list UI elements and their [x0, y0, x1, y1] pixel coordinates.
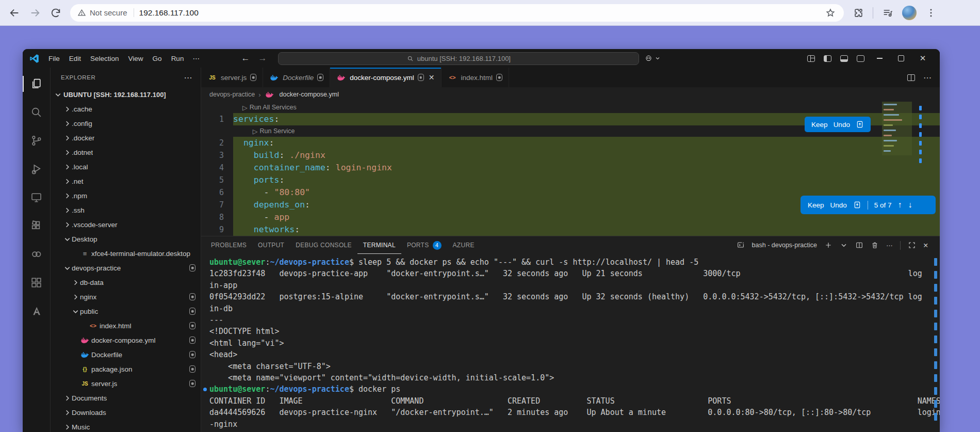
tree-item-docker[interactable]: .docker [51, 131, 201, 145]
panel-tab-output[interactable]: OUTPUT [252, 236, 290, 254]
new-terminal-icon[interactable] [824, 241, 832, 249]
tab-docker-compose-yml[interactable]: docker-compose.yml✕ [330, 68, 441, 87]
tree-item-devops-practice[interactable]: devops-practice [51, 261, 201, 275]
close-panel-icon[interactable]: ✕ [923, 242, 928, 249]
browser-back-icon[interactable] [8, 7, 21, 19]
breadcrumb[interactable]: devops-practice › docker-compose.yml [201, 87, 940, 102]
browser-profile-avatar[interactable] [902, 6, 917, 20]
tree-item-documents[interactable]: Documents [51, 391, 201, 405]
tree-item-local[interactable]: .local [51, 159, 201, 174]
command-decoration-icon[interactable] [203, 388, 207, 391]
keep-button[interactable]: Keep [811, 121, 828, 129]
extensions-icon[interactable] [23, 212, 50, 240]
terminal[interactable]: ubuntu@sever:~/devops-practice$ sleep 5 … [201, 254, 940, 432]
tree-item-npm[interactable]: .npm [51, 188, 201, 203]
tree-item-desktop[interactable]: Desktop [51, 232, 201, 246]
toggle-panel-icon[interactable] [840, 55, 848, 62]
tree-item-cache[interactable]: .cache [51, 102, 201, 116]
undo-button[interactable]: Undo [834, 121, 850, 129]
source-control-icon[interactable] [23, 126, 50, 155]
menu-view[interactable]: View [124, 53, 148, 65]
codelens-action[interactable]: ▷Run All Services [201, 102, 940, 113]
run-debug-icon[interactable] [23, 155, 50, 183]
tab-index-html[interactable]: <>index.html [442, 68, 510, 87]
search-icon[interactable] [23, 98, 50, 126]
explorer-more-actions[interactable]: ⋯ [184, 73, 192, 83]
command-center-search[interactable]: ubuntu [SSH: 192.168.117.100] [278, 52, 639, 65]
media-controls-icon[interactable] [881, 7, 894, 19]
panel-tab-problems[interactable]: PROBLEMS [205, 236, 252, 254]
security-chip[interactable]: Not secure [77, 8, 134, 17]
nav-back-icon[interactable]: ← [241, 53, 250, 63]
tree-item-net[interactable]: .net [51, 174, 201, 188]
editor-more-actions[interactable]: ⋯ [923, 73, 932, 83]
menu-edit[interactable]: Edit [64, 53, 86, 65]
tree-item-xfce4-terminal-emulator-desktop[interactable]: ≡xfce4-terminal-emulator.desktop [51, 246, 201, 261]
azure-icon[interactable] [23, 297, 50, 325]
tree-item-music[interactable]: Music [51, 420, 201, 432]
tree-item-downloads[interactable]: Downloads [51, 405, 201, 420]
split-editor-icon[interactable] [907, 74, 915, 81]
tree-item-dockerfile[interactable]: Dockerfile [51, 347, 201, 362]
url-text[interactable]: 192.168.117.100 [139, 8, 819, 18]
maximize-panel-icon[interactable] [908, 241, 916, 249]
extensions-puzzle-icon[interactable] [852, 7, 864, 19]
tree-item-db-data[interactable]: db-data [51, 275, 201, 290]
panel-tab-terminal[interactable]: TERMINAL [357, 236, 401, 254]
toggle-sidebar-icon[interactable] [824, 55, 831, 62]
menu-go[interactable]: Go [148, 53, 167, 65]
remote-tunnels-icon[interactable] [23, 240, 50, 268]
explorer-root-folder[interactable]: UBUNTU [SSH: 192.168.117.100] [51, 87, 201, 102]
panel-tab-ports[interactable]: PORTS4 [401, 236, 447, 254]
tab-server-js[interactable]: JSserver.js [201, 68, 263, 87]
terminal-instance-label[interactable]: bash - devops-practice [752, 242, 817, 249]
minimap[interactable] [882, 102, 912, 179]
nav-forward-icon[interactable]: → [258, 53, 267, 63]
tree-item-package-json[interactable]: {}package.json [51, 362, 201, 376]
breadcrumb-file[interactable]: docker-compose.yml [280, 91, 339, 98]
split-terminal-icon[interactable] [855, 241, 863, 249]
minimize-button[interactable] [869, 49, 890, 68]
tree-item-index-html[interactable]: <>index.html [51, 318, 201, 333]
menu-run[interactable]: Run [167, 53, 189, 65]
toggle-secondary-sidebar-icon[interactable] [857, 55, 864, 62]
undo-button[interactable]: Undo [830, 201, 847, 209]
remote-explorer-icon[interactable] [23, 183, 50, 212]
keep-file-icon[interactable] [853, 201, 861, 209]
browser-menu-icon[interactable] [925, 7, 937, 19]
keep-file-icon[interactable] [856, 120, 864, 129]
tree-item-ssh[interactable]: .ssh [51, 203, 201, 217]
terminal-scrollbar[interactable] [934, 258, 937, 421]
breadcrumb-folder[interactable]: devops-practice [209, 91, 255, 98]
explorer-icon[interactable] [23, 70, 50, 98]
tree-item-server-js[interactable]: JSserver.js [51, 376, 201, 391]
kill-terminal-icon[interactable] [871, 241, 879, 249]
panel-tab-azure[interactable]: AZURE [447, 236, 480, 254]
close-tab-icon[interactable]: ✕ [429, 73, 435, 82]
tree-item-config[interactable]: .config [51, 116, 201, 131]
menu-more[interactable]: ⋯ [188, 52, 204, 65]
panel-more-actions[interactable]: ⋯ [886, 242, 893, 249]
previous-change-icon[interactable]: ↑ [898, 200, 902, 210]
menu-file[interactable]: File [44, 53, 64, 65]
customize-layout-icon[interactable] [807, 55, 815, 62]
bookmark-star-icon[interactable] [824, 7, 837, 19]
tree-item-dotnet[interactable]: .dotnet [51, 145, 201, 159]
browser-reload-icon[interactable] [50, 7, 62, 19]
keep-button[interactable]: Keep [808, 201, 824, 209]
next-change-icon[interactable]: ↓ [908, 200, 912, 210]
address-bar[interactable]: Not secure 192.168.117.100 [70, 4, 844, 22]
tree-item-public[interactable]: public [51, 304, 201, 318]
tree-item-docker-compose-yml[interactable]: docker-compose.yml [51, 333, 201, 347]
panel-tab-debug-console[interactable]: DEBUG CONSOLE [290, 236, 357, 254]
maximize-button[interactable] [890, 49, 912, 68]
tab-dockerfile[interactable]: Dockerfile [263, 68, 330, 87]
tree-item-vscode-server[interactable]: .vscode-server [51, 217, 201, 232]
terminal-dropdown-icon[interactable] [840, 241, 848, 249]
containers-icon[interactable] [23, 268, 50, 297]
browser-forward-icon[interactable] [29, 7, 41, 19]
code-editor[interactable]: ▷Run All Services1services:▷Run Service2… [201, 102, 940, 236]
menu-selection[interactable]: Selection [86, 53, 124, 65]
copilot-control[interactable] [644, 54, 661, 63]
tree-item-nginx[interactable]: nginx [51, 290, 201, 304]
